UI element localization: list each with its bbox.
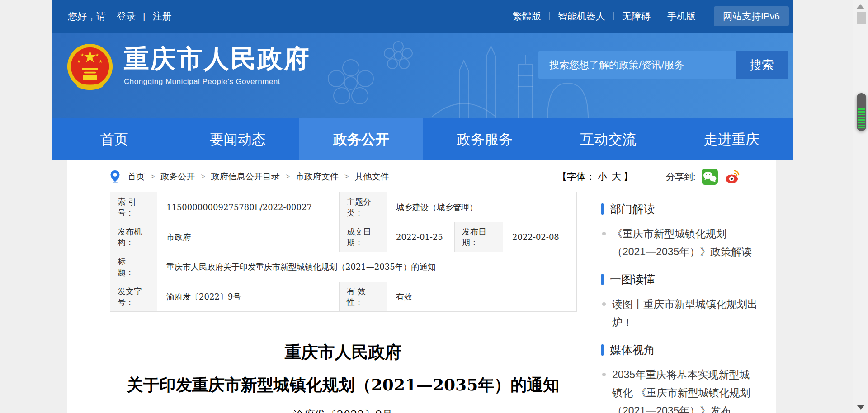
- search-bar: 搜索: [538, 51, 788, 79]
- site-title: 重庆市人民政府: [124, 44, 311, 73]
- validity-label: 有 效 性：: [340, 282, 387, 312]
- issuing-agency-label: 发布机构：: [110, 222, 157, 252]
- topic-category-label: 主题分类：: [340, 192, 387, 222]
- breadcrumb-separator: >: [151, 173, 155, 181]
- doc-number-label: 发文字号：: [110, 282, 157, 312]
- svg-text:★: ★: [77, 59, 81, 64]
- topbar: 您好，请 登录 | 注册 繁體版 智能机器人 无障碍 手机版 网站支持IPv6: [52, 0, 793, 33]
- document-number: 渝府发〔2022〕9号: [110, 408, 576, 413]
- topic-category-value: 城乡建设（城乡管理）: [387, 192, 577, 222]
- doc-title-value: 重庆市人民政府关于印发重庆市新型城镇化规划（2021—2035年）的通知: [157, 252, 577, 282]
- sidebar-link-media-article[interactable]: 2035年重庆将基本实现新型城 镇化 《重庆市新型城镇化规划 （2021—203…: [601, 366, 776, 413]
- scroll-widget-stripes: [858, 108, 865, 128]
- site-banner: ★ ★ ★ ★ 重庆市人民政府 Chongqing Municipal Peop…: [52, 33, 793, 118]
- sidebar-link-infographic[interactable]: 读图丨重庆市新型城镇化规划出 炉！: [601, 295, 776, 331]
- document-info-table: 索 引 号： 11500000009275780L/2022-00027 主题分…: [110, 192, 576, 312]
- publish-date-value: 2022-02-08: [503, 222, 577, 252]
- site-subtitle: Chongqing Municipal People's Government: [124, 77, 311, 86]
- topbar-user-area: 您好，请 登录 | 注册: [68, 10, 171, 23]
- issuing-agency-value: 市政府: [157, 222, 340, 252]
- mobile-version-link[interactable]: 手机版: [667, 10, 696, 23]
- login-register-divider: |: [143, 11, 145, 22]
- greeting-text: 您好，请: [68, 10, 106, 23]
- breadcrumb-other-docs[interactable]: 其他文件: [354, 171, 389, 183]
- index-number-label: 索 引 号：: [110, 192, 157, 222]
- topbar-separator: [659, 12, 659, 20]
- section-header: 媒体视角: [601, 343, 776, 357]
- breadcrumb-city-gov-docs[interactable]: 市政府文件: [296, 171, 339, 183]
- nav-item-home[interactable]: 首页: [52, 118, 176, 160]
- section-title: 媒体视角: [610, 343, 655, 357]
- publish-date-label: 发布日期：: [455, 222, 503, 252]
- svg-text:★: ★: [99, 59, 103, 64]
- section-accent-bar: [601, 344, 604, 356]
- section-media-view: 媒体视角 2035年重庆将基本实现新型城 镇化 《重庆市新型城镇化规划 （202…: [601, 343, 776, 413]
- doc-title-label: 标 题：: [110, 252, 157, 282]
- section-header: 部门解读: [601, 202, 776, 216]
- section-accent-bar: [601, 274, 604, 285]
- section-accent-bar: [601, 203, 604, 215]
- search-input[interactable]: [538, 51, 736, 79]
- topbar-links: 繁體版 智能机器人 无障碍 手机版 网站支持IPv6: [505, 6, 789, 26]
- written-date-value: 2022-01-25: [387, 222, 455, 252]
- browser-viewport: 您好，请 登录 | 注册 繁體版 智能机器人 无障碍 手机版 网站支持IPv6: [0, 0, 868, 413]
- breadcrumb-separator: >: [286, 173, 290, 181]
- breadcrumb-separator: >: [201, 173, 205, 181]
- content-card: 首页 > 政务公开 > 政府信息公开目录 > 市政府文件 > 其他文件 【字体：…: [67, 160, 776, 413]
- document-title-line1: 重庆市人民政府: [110, 341, 576, 364]
- section-title: 一图读懂: [610, 272, 655, 287]
- breadcrumb: 首页 > 政务公开 > 政府信息公开目录 > 市政府文件 > 其他文件: [110, 160, 389, 193]
- breadcrumb-gov-open[interactable]: 政务公开: [160, 171, 195, 183]
- accessibility-link[interactable]: 无障碍: [622, 10, 651, 23]
- smart-robot-link[interactable]: 智能机器人: [558, 10, 605, 23]
- login-link[interactable]: 登录: [117, 10, 136, 23]
- national-emblem-logo: ★ ★ ★ ★: [66, 42, 114, 94]
- nav-item-about-chongqing[interactable]: 走进重庆: [670, 118, 793, 160]
- section-title: 部门解读: [610, 202, 655, 216]
- document-heading: 重庆市人民政府 关于印发重庆市新型城镇化规划（2021—2035年）的通知 渝府…: [110, 341, 576, 413]
- breadcrumb-info-directory[interactable]: 政府信息公开目录: [211, 171, 280, 183]
- section-infographic: 一图读懂 读图丨重庆市新型城镇化规划出 炉！: [601, 272, 776, 331]
- location-pin-icon: [110, 170, 120, 183]
- breadcrumb-home[interactable]: 首页: [127, 171, 145, 183]
- scroll-progress-widget[interactable]: [857, 93, 866, 131]
- written-date-label: 成文日期：: [340, 222, 387, 252]
- index-number-value: 11500000009275780L/2022-00027: [157, 192, 340, 222]
- doc-number-value: 渝府发〔2022〕9号: [157, 282, 340, 312]
- topbar-separator: [613, 12, 614, 20]
- scrollbar-thumb[interactable]: [857, 12, 866, 24]
- search-button[interactable]: 搜索: [736, 51, 788, 79]
- register-link[interactable]: 注册: [152, 10, 171, 23]
- svg-text:★: ★: [80, 52, 85, 57]
- nav-item-interaction[interactable]: 互动交流: [547, 118, 670, 160]
- site-title-block: 重庆市人民政府 Chongqing Municipal People's Gov…: [124, 42, 311, 86]
- site-header-band: 您好，请 登录 | 注册 繁體版 智能机器人 无障碍 手机版 网站支持IPv6: [52, 0, 793, 160]
- nav-item-news[interactable]: 要闻动态: [176, 118, 299, 160]
- section-department-interpretation: 部门解读 《重庆市新型城镇化规划 （2021—2035年）》政策解读: [601, 202, 776, 261]
- breadcrumb-separator: >: [344, 173, 349, 181]
- topbar-separator: [549, 12, 550, 20]
- sidebar-link-policy-interpretation[interactable]: 《重庆市新型城镇化规划 （2021—2035年）》政策解读: [601, 225, 776, 261]
- nav-item-gov-affairs-open[interactable]: 政务公开: [299, 118, 423, 160]
- scrollbar-track[interactable]: [853, 0, 868, 413]
- site-brand[interactable]: ★ ★ ★ ★ 重庆市人民政府 Chongqing Municipal Peop…: [66, 42, 311, 94]
- section-header: 一图读懂: [601, 272, 776, 286]
- nav-item-gov-services[interactable]: 政务服务: [423, 118, 547, 160]
- svg-text:★: ★: [95, 52, 99, 57]
- scrollbar-down-arrow-icon[interactable]: [857, 405, 864, 410]
- validity-value: 有效: [387, 282, 577, 312]
- traditional-chinese-link[interactable]: 繁體版: [513, 10, 541, 23]
- scrollbar-up-arrow-icon[interactable]: [856, 4, 864, 9]
- ipv6-support-badge[interactable]: 网站支持IPv6: [714, 6, 789, 26]
- related-sidebar: 部门解读 《重庆市新型城镇化规划 （2021—2035年）》政策解读 一图读懂 …: [581, 160, 776, 413]
- main-navigation: 首页 要闻动态 政务公开 政务服务 互动交流 走进重庆: [52, 118, 793, 160]
- document-title-line2: 关于印发重庆市新型城镇化规划（2021—2035年）的通知: [110, 374, 576, 396]
